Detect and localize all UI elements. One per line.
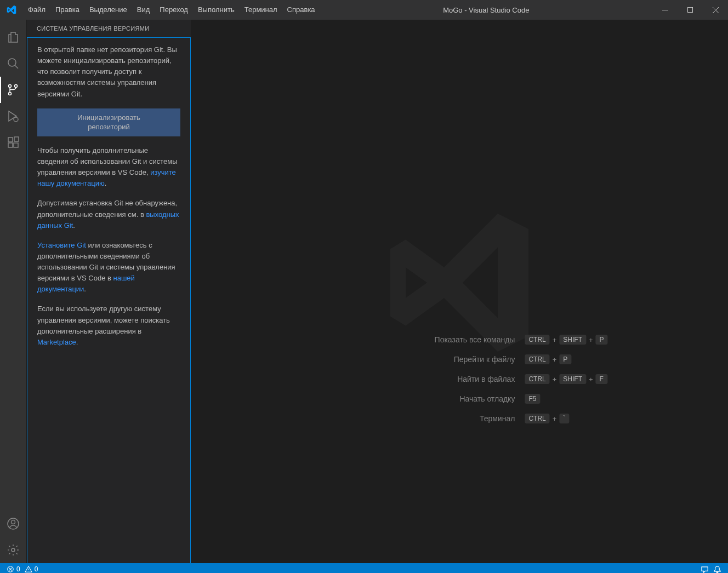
app-logo-icon — [0, 5, 23, 15]
menu-edit[interactable]: Правка — [50, 0, 84, 20]
key-separator: + — [586, 336, 596, 344]
shortcut-row: Начать отладкуF5 — [311, 394, 607, 404]
shortcut-row: Найти в файлахCTRL+SHIFT+F — [311, 374, 607, 384]
activity-bar — [0, 20, 26, 563]
menu-selection[interactable]: Выделение — [84, 0, 132, 20]
keyboard-key: CTRL — [525, 374, 549, 384]
activity-run-debug[interactable] — [0, 103, 26, 129]
svg-point-12 — [12, 520, 15, 524]
activity-extensions[interactable] — [0, 129, 26, 156]
activity-account[interactable] — [0, 511, 26, 537]
menu-view[interactable]: Вид — [132, 0, 155, 20]
scm-info-text-2: Чтобы получить дополнительные сведения о… — [37, 145, 180, 190]
svg-rect-8 — [8, 143, 13, 147]
svg-rect-10 — [14, 137, 19, 141]
keyboard-key: F — [596, 374, 607, 384]
svg-rect-1 — [687, 7, 692, 12]
svg-rect-7 — [8, 137, 13, 142]
menu-go[interactable]: Переход — [155, 0, 193, 20]
menu-run[interactable]: Выполнить — [193, 0, 240, 20]
activity-explorer[interactable] — [0, 24, 26, 50]
title-bar: Файл Правка Выделение Вид Переход Выполн… — [0, 0, 728, 20]
shortcut-label: Найти в файлах — [311, 375, 525, 383]
svg-rect-9 — [14, 143, 18, 147]
menu-terminal[interactable]: Терминал — [240, 0, 282, 20]
shortcuts-list: Показать все командыCTRL+SHIFT+PПерейти … — [311, 335, 607, 433]
shortcut-keys: CTRL+P — [525, 354, 571, 364]
svg-point-13 — [12, 548, 15, 552]
window-minimize-button[interactable] — [652, 0, 678, 20]
keyboard-key: P — [559, 354, 571, 364]
status-bar: 0 0 — [0, 563, 728, 573]
svg-point-5 — [9, 93, 12, 95]
key-separator: + — [550, 415, 560, 423]
sidebar-header: Система управления версиями — [27, 20, 191, 37]
status-feedback[interactable] — [698, 565, 711, 574]
shortcut-label: Показать все команды — [311, 335, 525, 344]
shortcut-keys: CTRL+SHIFT+P — [525, 335, 607, 345]
shortcut-row: Перейти к файлуCTRL+P — [311, 354, 607, 364]
activity-search[interactable] — [0, 50, 26, 77]
editor-area: Показать все командыCTRL+SHIFT+PПерейти … — [191, 20, 728, 563]
keyboard-key: SHIFT — [559, 374, 586, 384]
activity-source-control[interactable] — [0, 77, 26, 103]
window-close-button[interactable] — [703, 0, 728, 20]
keyboard-key: CTRL — [525, 335, 549, 345]
key-separator: + — [586, 375, 596, 383]
shortcut-keys: CTRL+SHIFT+F — [525, 374, 607, 384]
install-git-link[interactable]: Установите Git — [37, 241, 86, 249]
init-repository-button[interactable]: Инициализироватьрепозиторий — [37, 108, 180, 136]
keyboard-key: SHIFT — [559, 335, 586, 345]
shortcut-keys: CTRL+` — [525, 414, 569, 423]
keyboard-key: F5 — [525, 394, 540, 404]
svg-point-6 — [14, 117, 18, 122]
activity-settings[interactable] — [0, 537, 26, 563]
scm-info-text-3: Допустимая установка Git не обнаружена, … — [37, 198, 180, 231]
svg-point-3 — [15, 85, 18, 88]
scm-info-text-5: Если вы используете другую систему управ… — [37, 303, 180, 348]
marketplace-link[interactable]: Marketplace — [37, 338, 76, 346]
keyboard-key: P — [596, 335, 608, 345]
shortcut-label: Начать отладку — [311, 394, 525, 403]
shortcut-keys: F5 — [525, 394, 540, 404]
status-warnings[interactable]: 0 — [22, 565, 41, 573]
shortcut-label: Терминал — [311, 414, 525, 423]
keyboard-key: CTRL — [525, 414, 549, 423]
shortcut-row: Показать все командыCTRL+SHIFT+P — [311, 335, 607, 345]
window-title: MoGo - Visual Studio Code — [320, 6, 652, 14]
status-errors[interactable]: 0 — [4, 565, 22, 573]
menu-bar: Файл Правка Выделение Вид Переход Выполн… — [23, 0, 320, 20]
key-separator: + — [550, 336, 560, 344]
side-bar: Система управления версиями В открытой п… — [26, 20, 191, 563]
menu-help[interactable]: Справка — [282, 0, 320, 20]
scm-info-text-1: В открытой папке нет репозитория Git. Вы… — [37, 44, 180, 100]
svg-point-2 — [8, 59, 16, 66]
status-notifications[interactable] — [711, 565, 724, 574]
keyboard-key: ` — [559, 414, 569, 423]
key-separator: + — [550, 356, 560, 364]
menu-file[interactable]: Файл — [23, 0, 50, 20]
scm-info-text-4: Установите Git или ознакомьтесь с дополн… — [37, 240, 180, 295]
scm-view: В открытой папке нет репозитория Git. Вы… — [27, 37, 191, 563]
window-maximize-button[interactable] — [678, 0, 703, 20]
shortcut-label: Перейти к файлу — [311, 355, 525, 364]
svg-rect-0 — [662, 10, 668, 10]
svg-point-4 — [9, 85, 12, 88]
keyboard-key: CTRL — [525, 354, 549, 364]
shortcut-row: ТерминалCTRL+` — [311, 414, 607, 423]
key-separator: + — [550, 375, 560, 383]
